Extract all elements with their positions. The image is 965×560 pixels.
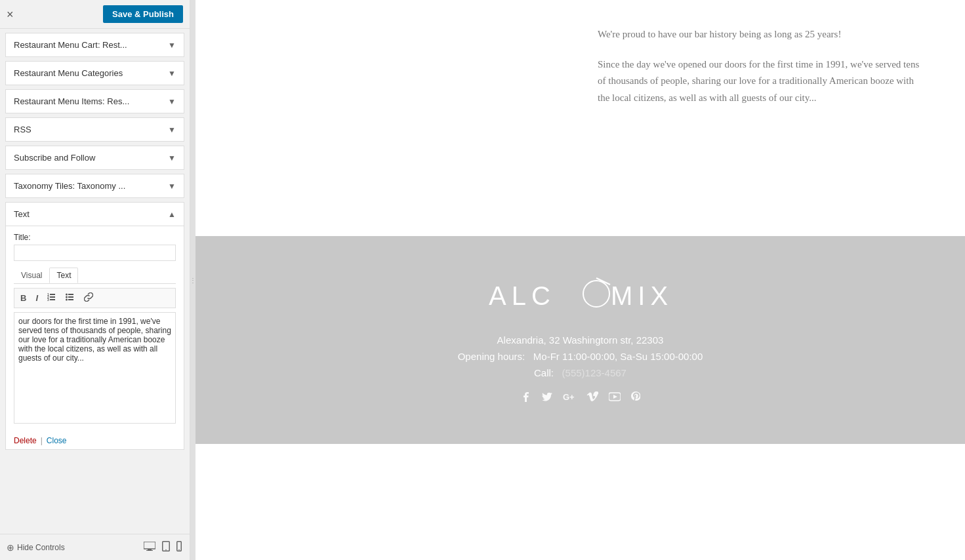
content-text: We're proud to have our bar history bein… — [598, 26, 926, 106]
svg-point-16 — [165, 550, 167, 551]
svg-rect-13 — [148, 549, 152, 550]
content-paragraph-2: Since the day we've opened our doors for… — [598, 56, 926, 107]
italic-button[interactable]: I — [32, 292, 41, 304]
editor-area-wrapper: our doors for the first time in 1991, we… — [14, 312, 176, 426]
svg-rect-12 — [144, 542, 155, 549]
svg-text:3: 3 — [47, 298, 49, 302]
hide-controls[interactable]: ⊕ Hide Controls — [7, 542, 65, 553]
close-link[interactable]: Close — [47, 436, 67, 445]
chevron-down-icon: ▼ — [168, 125, 176, 134]
svg-marker-25 — [613, 395, 617, 399]
chevron-down-icon: ▼ — [168, 182, 176, 191]
svg-point-20 — [583, 281, 609, 307]
link-button[interactable] — [81, 291, 96, 305]
chevron-up-icon: ▲ — [168, 210, 176, 219]
content-paragraph-1: We're proud to have our bar history bein… — [598, 26, 926, 43]
svg-point-9 — [66, 294, 68, 296]
tablet-view-button[interactable] — [161, 540, 171, 555]
content-upper: We're proud to have our bar history bein… — [195, 0, 965, 236]
close-button[interactable]: × — [7, 9, 14, 20]
delete-link[interactable]: Delete — [14, 436, 37, 445]
widget-text-expanded: Text ▲ Title: Visual Text B I 123 — [5, 202, 184, 450]
widget-text-body: Title: Visual Text B I 123 — [6, 226, 184, 432]
mobile-view-button[interactable] — [175, 540, 183, 555]
svg-rect-7 — [68, 296, 73, 298]
save-publish-button[interactable]: Save & Publish — [103, 5, 183, 23]
title-input[interactable] — [14, 245, 176, 261]
editor-toolbar: B I 123 — [14, 288, 176, 308]
footer-call-label: Call: — [534, 367, 554, 378]
svg-text:ALC: ALC — [489, 281, 556, 310]
footer-hours-label: Opening hours: — [458, 351, 525, 362]
svg-rect-1 — [50, 296, 55, 298]
footer-social: G+ — [222, 391, 939, 405]
widget-taxonomy-tiles[interactable]: Taxonomy Tiles: Taxonomy ... ▼ — [5, 174, 184, 198]
youtube-icon[interactable] — [609, 391, 621, 405]
facebook-icon[interactable] — [521, 391, 531, 405]
svg-text:MIX: MIX — [611, 281, 673, 310]
tab-text[interactable]: Text — [49, 268, 78, 283]
tab-visual[interactable]: Visual — [14, 268, 49, 283]
drag-handle[interactable]: ⋮ — [190, 0, 195, 560]
bold-button[interactable]: B — [17, 292, 30, 304]
view-icons — [142, 540, 183, 555]
main-content: We're proud to have our bar history bein… — [195, 0, 965, 560]
svg-point-11 — [66, 299, 68, 301]
widget-text-header[interactable]: Text ▲ — [6, 203, 184, 226]
desktop-view-button[interactable] — [142, 540, 157, 555]
widget-restaurant-menu-categories[interactable]: Restaurant Menu Categories ▼ — [5, 61, 184, 85]
svg-rect-0 — [50, 294, 55, 295]
widget-footer: Delete | Close — [6, 432, 184, 449]
footer-hours: Opening hours: Mo-Fr 11:00-00:00, Sa-Su … — [222, 351, 939, 362]
twitter-icon[interactable] — [542, 391, 552, 405]
chevron-down-icon: ▼ — [168, 69, 176, 78]
chevron-down-icon: ▼ — [168, 153, 176, 163]
separator: | — [41, 436, 43, 445]
widget-label: Restaurant Menu Categories — [14, 68, 123, 78]
hide-controls-label: Hide Controls — [17, 543, 65, 552]
hide-controls-icon: ⊕ — [7, 542, 14, 553]
pinterest-icon[interactable] — [631, 391, 640, 405]
chevron-down-icon: ▼ — [168, 97, 176, 106]
ordered-list-button[interactable]: 123 — [44, 291, 60, 305]
title-label: Title: — [14, 233, 176, 242]
sidebar-bottom: ⊕ Hide Controls — [0, 534, 190, 560]
editor-tabs: Visual Text — [14, 268, 176, 284]
svg-point-18 — [178, 550, 180, 551]
widget-subscribe-and-follow[interactable]: Subscribe and Follow ▼ — [5, 146, 184, 170]
svg-rect-14 — [146, 550, 153, 551]
googleplus-icon[interactable]: G+ — [563, 391, 576, 405]
widget-label: Restaurant Menu Items: Res... — [14, 96, 129, 106]
footer-address: Alexandria, 32 Washingtorn str, 22303 — [222, 334, 939, 346]
footer-section: ALC MIX Alexandria, 32 Washingtorn str, … — [195, 236, 965, 444]
widget-text-label: Text — [14, 209, 30, 219]
svg-rect-6 — [68, 294, 73, 295]
svg-point-10 — [66, 296, 68, 298]
footer-call: Call: (555)123-4567 — [222, 367, 939, 378]
footer-phone[interactable]: (555)123-4567 — [562, 367, 626, 378]
footer-hours-value: Mo-Fr 11:00-00:00, Sa-Su 15:00-00:00 — [533, 351, 703, 362]
text-editor[interactable]: our doors for the first time in 1991, we… — [14, 312, 176, 424]
unordered-list-button[interactable] — [62, 291, 78, 305]
widget-label: Restaurant Menu Cart: Rest... — [14, 40, 127, 50]
widget-label: Subscribe and Follow — [14, 153, 95, 163]
svg-rect-2 — [50, 299, 55, 300]
vimeo-icon[interactable] — [586, 391, 598, 405]
widget-label: Taxonomy Tiles: Taxonomy ... — [14, 181, 125, 191]
svg-text:G+: G+ — [563, 392, 575, 402]
footer-logo: ALC MIX — [222, 275, 939, 315]
chevron-down-icon: ▼ — [168, 41, 176, 50]
widget-label: RSS — [14, 125, 31, 134]
sidebar-header: × Save & Publish — [0, 0, 190, 29]
widget-restaurant-menu-items[interactable]: Restaurant Menu Items: Res... ▼ — [5, 89, 184, 113]
sidebar-scroll: Restaurant Menu Cart: Rest... ▼ Restaura… — [0, 29, 190, 560]
sidebar: × Save & Publish Restaurant Menu Cart: R… — [0, 0, 190, 560]
svg-rect-8 — [68, 299, 73, 300]
widget-rss[interactable]: RSS ▼ — [5, 117, 184, 142]
alcomix-svg: ALC MIX — [482, 275, 679, 315]
widget-restaurant-menu-cart[interactable]: Restaurant Menu Cart: Rest... ▼ — [5, 33, 184, 57]
